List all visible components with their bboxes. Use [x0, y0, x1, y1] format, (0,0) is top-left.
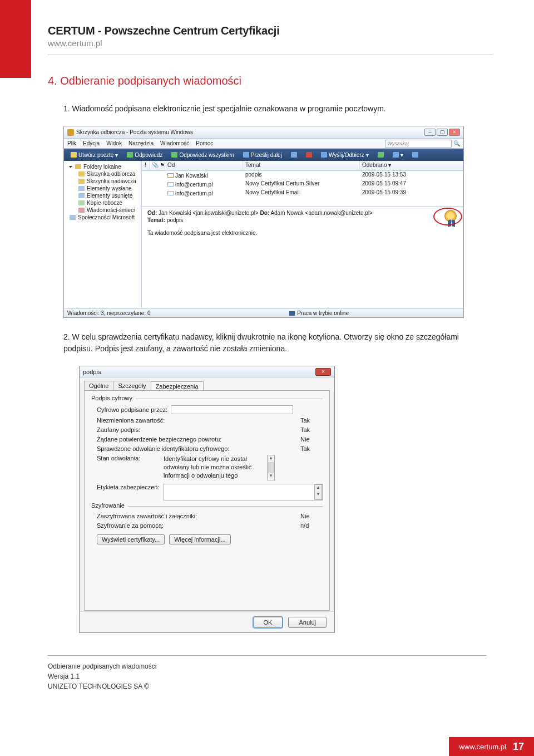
revocation-line: Stan odwołania: Identyfikator cyfrowy ni…	[97, 455, 323, 480]
folder-tree: Foldery lokalne Skrzynka odbiorcza Skrzy…	[64, 161, 142, 310]
step-1-text: 1. Wiadomość podpisana elektronicznie je…	[63, 103, 487, 115]
dialog-close-button[interactable]: ×	[315, 368, 331, 376]
col-received[interactable]: Odebrano ▾	[360, 161, 463, 170]
signed-by-input[interactable]	[171, 405, 293, 414]
page-number-bar: www.certum.pl 17	[449, 737, 534, 756]
sendrecv-icon	[321, 152, 327, 158]
menu-edycja[interactable]: Edycja	[83, 140, 100, 146]
col-from[interactable]: Od	[165, 161, 243, 170]
forward-icon	[243, 152, 249, 158]
reply-all-button[interactable]: Odpowiedz wszystkim	[168, 151, 237, 159]
message-row[interactable]: info@certum.pl Nowy Certyfikat Email 200…	[142, 189, 463, 198]
enc-line: Zaszyfrowana zawartość i załączniki:Nie	[97, 513, 323, 519]
scroll-down-icon[interactable]: ▼	[268, 473, 274, 480]
maximize-button[interactable]: ▢	[437, 129, 448, 136]
tree-community[interactable]: Społeczności Microsoft	[66, 214, 139, 221]
send-receive-button[interactable]: Wyślij/Odbierz ▾	[318, 151, 372, 159]
tree-deleted[interactable]: Elementy usunięte	[66, 192, 139, 199]
group-encryption-legend: Szyfrowanie	[91, 502, 128, 509]
menu-pomoc[interactable]: Pomoc	[196, 140, 213, 146]
community-icon	[70, 215, 76, 220]
mail-icon	[71, 152, 77, 158]
show-certs-button[interactable]: Wyświetl certyfikaty...	[97, 534, 165, 544]
cancel-button[interactable]: Anuluj	[288, 617, 327, 628]
preview-pane: Od: Jan Kowalski <jan.kowalski@unizeto.p…	[142, 207, 463, 310]
col-flag[interactable]: ⚑	[157, 161, 165, 170]
footer-line-3: UNIZETO TECHNOLOGIES SA ©	[48, 681, 534, 691]
reply-button[interactable]: Odpowiedz	[123, 151, 166, 159]
envelope-icon	[167, 191, 174, 195]
footer-line-1: Odbieranie podpisanych wiadomości	[48, 661, 534, 671]
search-icon[interactable]: 🔍	[453, 140, 460, 146]
label-scrollbar[interactable]: ▲ ▼	[314, 484, 322, 500]
scroll-down-icon[interactable]: ▼	[315, 492, 322, 498]
page-footer: Odbieranie podpisanych wiadomości Wersja…	[48, 661, 534, 691]
dialog-footer: OK Anuluj	[80, 611, 334, 632]
tree-junk[interactable]: Wiadomości-śmieci	[66, 207, 139, 214]
dialog-button-row: Wyświetl certyfikaty... Więcej informacj…	[97, 534, 323, 544]
more-info-button[interactable]: Więcej informacji...	[169, 534, 230, 544]
junk-icon	[78, 208, 85, 213]
search-input[interactable]	[385, 140, 452, 148]
contacts-icon	[378, 152, 384, 158]
header-rule	[48, 55, 493, 55]
col-priority[interactable]: !	[142, 161, 150, 170]
message-row[interactable]: Jan Kowalski podpis 2009-05-15 13:53	[142, 171, 463, 180]
message-row[interactable]: info@certum.pl Nowy Certyfikat Certum Si…	[142, 180, 463, 189]
menu-plik[interactable]: Plik	[67, 140, 76, 146]
sig-line: Sprawdzone odwołanie identyfikatora cyfr…	[97, 445, 323, 452]
delete-icon	[306, 152, 312, 158]
tree-outbox[interactable]: Skrzynka nadawcza	[66, 178, 139, 185]
status-left: Wiadomości: 3, nieprzeczytane: 0	[67, 310, 151, 316]
page-header: CERTUM - Powszechne Centrum Certyfikacji…	[48, 0, 534, 48]
group-encryption: Szyfrowanie Zaszyfrowana zawartość i zał…	[91, 506, 323, 529]
preview-body: Ta wiadomość podpisana jest elektroniczn…	[147, 230, 458, 236]
preview-subject: Temat: podpis	[147, 217, 458, 223]
column-headers: ! 📎 ⚑ Od Temat Odebrano ▾	[142, 161, 463, 171]
sig-line: Zaufany podpis:Tak	[97, 426, 323, 433]
tree-root[interactable]: Foldery lokalne	[66, 163, 139, 170]
footer-rule	[48, 655, 486, 656]
tree-drafts[interactable]: Kopie robocze	[66, 199, 139, 207]
tree-inbox[interactable]: Skrzynka odbiorcza	[66, 170, 139, 178]
signature-dialog-screenshot: podpis × Ogólne Szczegóły Zabezpieczenia…	[79, 366, 335, 633]
contacts-button[interactable]	[374, 151, 387, 159]
menu-widok[interactable]: Widok	[106, 140, 122, 146]
window-title: Skrzynka odbiorcza - Poczta systemu Wind…	[76, 129, 193, 135]
menu-wiadomosc[interactable]: Wiadomość	[160, 140, 189, 146]
group-signature: Podpis cyfrowy Cyfrowo podpisane przez: …	[91, 399, 323, 500]
print-button[interactable]	[288, 151, 300, 159]
scroll-up-icon[interactable]: ▲	[268, 455, 274, 462]
tree-sent[interactable]: Elementy wysłane	[66, 185, 139, 192]
help-button[interactable]	[409, 151, 422, 159]
revocation-text: Identyfikator cyfrowy nie został odwołan…	[164, 455, 264, 480]
dialog-tabs: Ogólne Szczegóły Zabezpieczenia	[80, 377, 334, 390]
revocation-scrollbar[interactable]: ▲ ▼	[267, 455, 275, 480]
folders-button[interactable]: ▾	[389, 151, 407, 159]
folder-icon	[75, 164, 81, 169]
security-label-box[interactable]: ▲ ▼	[164, 484, 323, 500]
col-attachment[interactable]: 📎	[150, 161, 157, 170]
forward-button[interactable]: Prześlij dalej	[240, 151, 285, 159]
minimize-button[interactable]: –	[424, 129, 436, 136]
create-mail-button[interactable]: Utwórz pocztę ▾	[67, 151, 121, 159]
toolbar: Utwórz pocztę ▾ Odpowiedz Odpowiedz wszy…	[64, 149, 463, 161]
rosette-ribbon	[448, 219, 451, 227]
mail-body: Foldery lokalne Skrzynka odbiorcza Skrzy…	[64, 161, 463, 310]
close-button[interactable]: ×	[449, 129, 460, 136]
ok-button[interactable]: OK	[253, 617, 283, 628]
tab-details[interactable]: Szczegóły	[113, 381, 151, 390]
page-number: 17	[513, 741, 524, 753]
signed-by-line: Cyfrowo podpisane przez:	[97, 405, 323, 414]
enc-line: Szyfrowanie za pomocą:n/d	[97, 522, 323, 529]
status-right: Praca w trybie online	[289, 310, 349, 316]
delete-button[interactable]	[303, 151, 315, 159]
col-subject[interactable]: Temat	[243, 161, 360, 170]
tab-general[interactable]: Ogólne	[84, 381, 113, 390]
menu-narzedzia[interactable]: Narzędzia	[128, 140, 154, 146]
message-list: ! 📎 ⚑ Od Temat Odebrano ▾ Jan Kowalski p…	[142, 161, 463, 207]
reply-all-icon	[171, 152, 177, 158]
scroll-thumb[interactable]	[268, 462, 274, 473]
tab-security[interactable]: Zabezpieczenia	[151, 381, 204, 391]
scroll-up-icon[interactable]: ▲	[315, 485, 322, 492]
